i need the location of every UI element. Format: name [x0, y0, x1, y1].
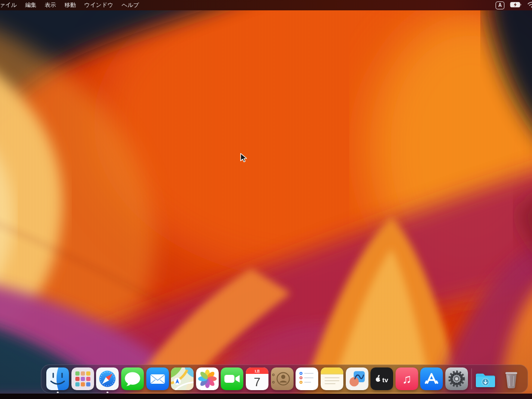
dock-item-reminders[interactable] [296, 367, 318, 390]
photos-icon [196, 367, 219, 390]
dock-item-finder[interactable] [46, 367, 69, 390]
mail-icon [146, 367, 169, 390]
trash-icon [500, 367, 523, 390]
dock-item-safari[interactable] [96, 367, 119, 390]
maps-icon [171, 367, 194, 390]
dock-item-music[interactable]: ♫ [396, 367, 418, 390]
reminders-icon [296, 367, 318, 390]
dock-item-facetime[interactable] [221, 367, 243, 390]
dock-item-trash[interactable] [500, 367, 523, 390]
apple-tv-label: tv [382, 376, 388, 384]
launchpad-icon [71, 367, 94, 390]
dock-item-mail[interactable] [146, 367, 169, 390]
menu-edit[interactable]: 編集 [25, 1, 36, 9]
music-icon: ♫ [396, 367, 418, 390]
dock-item-maps[interactable] [171, 367, 194, 390]
menu-window[interactable]: ウインドウ [84, 1, 113, 9]
menu-bar-status: A [496, 1, 532, 9]
dock-item-freeform[interactable] [346, 367, 368, 390]
messages-icon [121, 367, 144, 390]
contacts-icon [271, 367, 294, 390]
notes-icon [321, 367, 343, 390]
dock-item-messages[interactable] [121, 367, 144, 390]
safari-icon [96, 367, 119, 390]
calendar-icon: 1月 7 [246, 367, 268, 390]
dock-item-contacts[interactable] [271, 367, 294, 390]
input-source-badge[interactable]: A [496, 1, 504, 9]
finder-icon [46, 367, 69, 390]
system-settings-icon [445, 367, 468, 390]
running-indicator-finder [57, 392, 59, 394]
dock-divider [471, 368, 472, 389]
desktop: ファイル 編集 表示 移動 ウインドウ ヘルプ A [0, 0, 532, 399]
menu-bar: ファイル 編集 表示 移動 ウインドウ ヘルプ A [0, 0, 532, 10]
battery-charging-icon[interactable] [510, 1, 522, 9]
app-store-icon [420, 367, 443, 390]
dock-item-notes[interactable] [321, 367, 343, 390]
dock-item-apple-tv[interactable]: tv [370, 367, 393, 390]
dock-item-launchpad[interactable] [71, 367, 94, 390]
menu-view[interactable]: 表示 [45, 1, 56, 9]
menu-help[interactable]: ヘルプ [122, 1, 139, 9]
apple-tv-icon: tv [370, 367, 393, 390]
wallpaper-image [0, 0, 532, 399]
facetime-icon [221, 367, 243, 390]
calendar-month-label: 1月 [255, 369, 260, 373]
calendar-day-label: 7 [254, 375, 260, 389]
dock-item-calendar[interactable]: 1月 7 [246, 367, 268, 390]
running-indicator-safari [107, 392, 109, 394]
svg-text:♫: ♫ [402, 371, 412, 386]
downloads-folder-icon [475, 367, 498, 390]
dock-item-system-settings[interactable] [445, 367, 468, 390]
freeform-icon [346, 367, 368, 390]
dock-item-downloads-folder[interactable] [475, 367, 498, 390]
menu-go[interactable]: 移動 [65, 1, 76, 9]
dock-item-app-store[interactable] [420, 367, 443, 390]
menu-items: ファイル 編集 表示 移動 ウインドウ ヘルプ [0, 1, 139, 9]
menu-file[interactable]: ファイル [0, 1, 17, 9]
wifi-icon[interactable] [528, 1, 532, 9]
dock: 1月 7 [41, 365, 528, 393]
screen-bottom-bezel [0, 394, 532, 399]
dock-item-photos[interactable] [196, 367, 219, 390]
